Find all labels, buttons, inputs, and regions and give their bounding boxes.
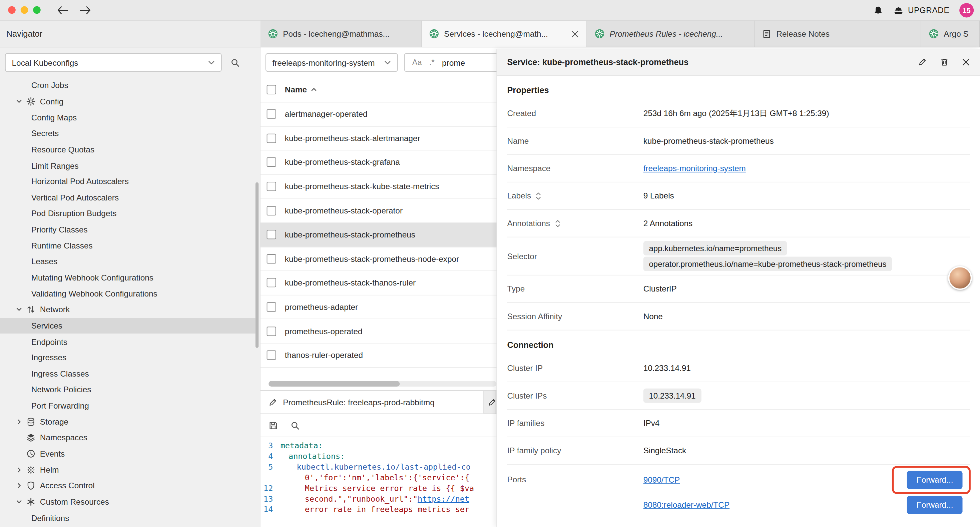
row-checkbox[interactable]	[267, 254, 276, 263]
chevron-down-icon[interactable]	[14, 306, 23, 313]
sidebar-item-endpoints[interactable]: Endpoints	[0, 334, 256, 350]
sidebar-item-validating-webhook-configurations[interactable]: Validating Webhook Configurations	[0, 285, 256, 301]
namespace-select[interactable]: freeleaps-monitoring-system	[266, 53, 398, 72]
sidebar-item-port-forwarding[interactable]: Port Forwarding	[0, 398, 256, 414]
sidebar-item-ingress-classes[interactable]: Ingress Classes	[0, 366, 256, 382]
chevron-right-icon[interactable]	[14, 466, 23, 473]
notifications-bell-icon[interactable]	[873, 5, 883, 15]
minimize-window-button[interactable]	[21, 6, 28, 14]
row-checkbox[interactable]	[267, 110, 276, 119]
helm-wheel-icon	[26, 465, 36, 474]
sidebar-item-runtime-classes[interactable]: Runtime Classes	[0, 237, 256, 253]
sidebar-item-cron-jobs[interactable]: Cron Jobs	[0, 77, 256, 93]
section-heading: Properties	[507, 76, 970, 100]
avatar[interactable]	[948, 266, 972, 290]
close-icon[interactable]	[962, 58, 970, 66]
zoom-window-button[interactable]	[33, 6, 40, 14]
back-button[interactable]	[57, 6, 69, 14]
row-checkbox[interactable]	[267, 302, 276, 312]
tab-release-notes[interactable]: Release Notes	[754, 21, 921, 47]
select-all-checkbox[interactable]	[267, 85, 276, 94]
sidebar-item-mutating-webhook-configurations[interactable]: Mutating Webhook Configurations	[0, 269, 256, 285]
updown-icon[interactable]	[535, 191, 542, 200]
sidebar-item-pod-disruption-budgets[interactable]: Pod Disruption Budgets	[0, 205, 256, 221]
forward-button[interactable]: Forward...	[907, 471, 963, 489]
forward-button[interactable]	[80, 6, 91, 14]
sidebar-item-custom-resources[interactable]: Custom Resources	[0, 494, 256, 510]
row-checkbox[interactable]	[267, 182, 276, 191]
row-checkbox[interactable]	[267, 134, 276, 143]
tab-argo-s[interactable]: Argo S	[921, 21, 980, 47]
sidebar-item-services[interactable]: Services	[0, 318, 256, 334]
detail-row-ip-family-policy: IP family policySingleStack	[507, 437, 970, 465]
sidebar-item-definitions[interactable]: Definitions	[0, 510, 256, 526]
row-checkbox[interactable]	[267, 350, 276, 360]
sidebar-item-network-policies[interactable]: Network Policies	[0, 382, 256, 398]
sidebar-item-resource-quotas[interactable]: Resource Quotas	[0, 142, 256, 158]
detail-row-ip-families: IP familiesIPv4	[507, 409, 970, 437]
sidebar-item-label: Access Control	[40, 481, 95, 490]
sidebar-item-storage[interactable]: Storage	[0, 414, 256, 430]
row-checkbox[interactable]	[267, 230, 276, 239]
line-number: 3	[261, 440, 280, 451]
tab-label: Services - icecheng@math...	[444, 29, 548, 38]
sidebar-item-vertical-pod-autoscalers[interactable]: Vertical Pod Autoscalers	[0, 189, 256, 205]
row-checkbox[interactable]	[267, 206, 276, 215]
chevron-down-icon[interactable]	[14, 98, 23, 105]
sidebar-item-events[interactable]: Events	[0, 446, 256, 462]
sidebar-item-helm[interactable]: Helm	[0, 462, 256, 478]
dock-tab-partial[interactable]	[484, 391, 495, 413]
tab-pods-icecheng-mathmas[interactable]: Pods - icecheng@mathmas...	[261, 21, 422, 47]
detail-row-annotations: Annotations2 Annotations	[507, 210, 970, 237]
notification-count-badge[interactable]: 15	[959, 3, 974, 18]
row-checkbox[interactable]	[267, 326, 276, 336]
shield-icon	[26, 481, 36, 490]
edit-icon[interactable]	[918, 57, 927, 66]
match-case-toggle[interactable]: Aa	[412, 58, 422, 67]
close-icon[interactable]	[571, 30, 579, 38]
sidebar-item-network[interactable]: Network	[0, 301, 256, 318]
horizontal-scrollbar[interactable]	[269, 381, 496, 387]
detail-label: Selector	[507, 252, 537, 261]
detail-label: IP family policy	[507, 446, 561, 455]
sidebar-scrollbar[interactable]	[256, 182, 259, 348]
port-link[interactable]: 9090/TCP	[643, 475, 680, 484]
horizontal-scrollbar-thumb[interactable]	[269, 381, 399, 387]
sidebar-search-icon[interactable]	[231, 58, 240, 67]
sidebar-item-namespaces[interactable]: Namespaces	[0, 430, 256, 446]
detail-label: Namespace	[507, 164, 550, 173]
sidebar-item-secrets[interactable]: Secrets	[0, 126, 256, 142]
row-checkbox[interactable]	[267, 278, 276, 288]
navigator-panel: Local Kubeconfigs Cron JobsConfigConfig …	[0, 47, 261, 527]
row-checkbox[interactable]	[267, 158, 276, 167]
sidebar-item-limit-ranges[interactable]: Limit Ranges	[0, 158, 256, 174]
editor-search-icon[interactable]	[291, 420, 300, 430]
port-link[interactable]: 8080:reloader-web/TCP	[643, 500, 730, 509]
dock-tab-prometheusrule[interactable]: PrometheusRule: freeleaps-prod-rabbitmq	[261, 391, 484, 413]
kubeconfig-select[interactable]: Local Kubeconfigs	[5, 53, 222, 72]
sidebar-item-leases[interactable]: Leases	[0, 253, 256, 269]
delete-icon[interactable]	[940, 57, 949, 66]
chevron-right-icon[interactable]	[14, 482, 23, 489]
updown-icon[interactable]	[554, 219, 561, 228]
close-window-button[interactable]	[8, 6, 15, 14]
detail-row-type: TypeClusterIP	[507, 275, 970, 303]
chevron-right-icon[interactable]	[14, 418, 23, 425]
sidebar-item-priority-classes[interactable]: Priority Classes	[0, 221, 256, 237]
chevron-down-icon[interactable]	[14, 498, 23, 505]
tab-prometheus-rules-icecheng[interactable]: Prometheus Rules - icecheng...	[587, 21, 754, 47]
sidebar-item-label: Network Policies	[31, 385, 91, 394]
detail-link[interactable]: freeleaps-monitoring-system	[643, 164, 746, 173]
sidebar-item-access-control[interactable]: Access Control	[0, 478, 256, 494]
sidebar-item-ingresses[interactable]: Ingresses	[0, 350, 256, 366]
forward-button[interactable]: Forward...	[907, 496, 963, 514]
sidebar-item-horizontal-pod-autoscalers[interactable]: Horizontal Pod Autoscalers	[0, 174, 256, 189]
sidebar-item-config[interactable]: Config	[0, 93, 256, 110]
sidebar-item-config-maps[interactable]: Config Maps	[0, 110, 256, 126]
name-column-header[interactable]: Name	[285, 85, 318, 94]
tab-services-icecheng-math[interactable]: Services - icecheng@math...	[422, 21, 587, 47]
sidebar-item-label: Secrets	[31, 129, 59, 138]
upgrade-button[interactable]: UPGRADE	[893, 6, 949, 15]
regex-toggle[interactable]: .*	[429, 58, 434, 67]
save-icon[interactable]	[269, 420, 278, 430]
